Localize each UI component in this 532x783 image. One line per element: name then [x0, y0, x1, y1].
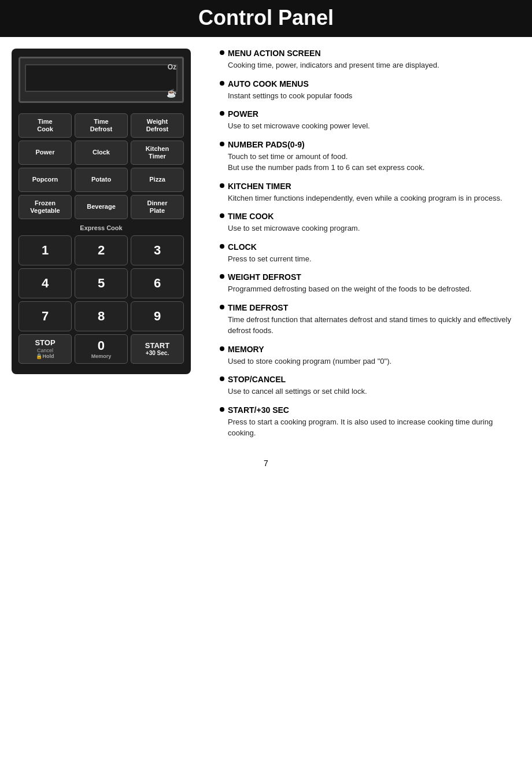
feature-title-text-6: CLOCK — [228, 242, 257, 252]
feature-title-text-2: POWER — [228, 109, 258, 119]
bullet-icon-2 — [220, 111, 224, 116]
weight-defrost-btn[interactable]: WeightDefrost — [131, 113, 184, 138]
feature-desc-10: Use to cancel all settings or set child … — [220, 386, 520, 397]
time-defrost-btn[interactable]: TimeDefrost — [75, 113, 128, 138]
feature-desc-9: Used to store cooking program (number pa… — [220, 356, 520, 367]
feature-desc-3: Touch to set time or amount of food.But … — [220, 151, 520, 173]
start-btn[interactable]: START +30 Sec. — [131, 334, 184, 364]
num-9-btn[interactable]: 9 — [131, 301, 184, 331]
feature-item-7: WEIGHT DEFROSTProgrammed defrosting base… — [220, 272, 520, 295]
num-row-1: 1 2 3 — [19, 235, 184, 265]
btn-row-4: FrozenVegetable Beverage DinnerPlate — [19, 195, 184, 219]
frozen-vegetable-btn[interactable]: FrozenVegetable — [19, 195, 72, 219]
num-1-btn[interactable]: 1 — [19, 235, 72, 265]
feature-title-9: MEMORY — [220, 345, 520, 354]
feature-item-11: START/+30 SECPress to start a cooking pr… — [220, 405, 520, 439]
feature-title-4: KITCHEN TIMER — [220, 182, 520, 191]
feature-title-text-8: TIME DEFROST — [228, 303, 288, 312]
feature-desc-6: Press to set current time. — [220, 253, 520, 265]
pizza-btn[interactable]: Pizza — [131, 168, 184, 192]
num-row-2: 4 5 6 — [19, 268, 184, 298]
feature-title-text-9: MEMORY — [228, 345, 264, 354]
feature-item-10: STOP/CANCELUse to cancel all settings or… — [220, 375, 520, 397]
feature-desc-4: Kitchen timer functions independently, e… — [220, 193, 520, 204]
bottom-row: STOP Cancel 🔒Hold 0 Memory START — [19, 334, 184, 364]
feature-title-text-11: START/+30 SEC — [228, 405, 289, 415]
feature-item-1: AUTO COOK MENUSInstant settings to cook … — [220, 79, 520, 102]
feature-item-0: MENU ACTION SCREENCooking time, power, i… — [220, 49, 520, 71]
kitchen-timer-btn[interactable]: KitchenTimer — [131, 141, 184, 165]
bullet-icon-3 — [220, 142, 224, 146]
feature-title-7: WEIGHT DEFROST — [220, 272, 520, 282]
feature-desc-2: Use to set microwave cooking power level… — [220, 120, 520, 132]
feature-item-4: KITCHEN TIMERKitchen timer functions ind… — [220, 182, 520, 204]
feature-item-2: POWERUse to set microwave cooking power … — [220, 109, 520, 132]
express-cook-label: Express Cook — [19, 224, 184, 231]
potato-btn[interactable]: Potato — [75, 168, 128, 192]
num-7-btn[interactable]: 7 — [19, 301, 72, 331]
feature-title-0: MENU ACTION SCREEN — [220, 49, 520, 58]
hold-label: 🔒Hold — [35, 353, 55, 360]
button-grid: TimeCook TimeDefrost WeightDefrost Power… — [19, 113, 184, 364]
bullet-icon-6 — [220, 244, 224, 249]
num-5-btn[interactable]: 5 — [75, 268, 128, 298]
bullet-icon-7 — [220, 274, 224, 279]
bullet-icon-5 — [220, 213, 224, 218]
page-header: Control Panel — [0, 0, 532, 37]
bullet-icon-10 — [220, 376, 224, 381]
feature-item-5: TIME COOKUse to set microwave cooking pr… — [220, 212, 520, 234]
feature-desc-11: Press to start a cooking program. It is … — [220, 416, 520, 439]
beverage-btn[interactable]: Beverage — [75, 195, 128, 219]
time-cook-btn[interactable]: TimeCook — [19, 113, 72, 138]
feature-item-6: CLOCKPress to set current time. — [220, 242, 520, 265]
main-content: Oz ☕ TimeCook TimeDefrost WeightDefrost … — [0, 49, 532, 447]
feature-title-text-5: TIME COOK — [228, 212, 274, 221]
num-0-btn[interactable]: 0 Memory — [75, 334, 128, 364]
feature-title-3: NUMBER PADS(0-9) — [220, 140, 520, 149]
feature-title-1: AUTO COOK MENUS — [220, 79, 520, 88]
features-container: MENU ACTION SCREENCooking time, power, i… — [220, 49, 520, 439]
feature-title-text-7: WEIGHT DEFROST — [228, 272, 301, 282]
feature-title-5: TIME COOK — [220, 212, 520, 221]
feature-title-text-4: KITCHEN TIMER — [228, 182, 291, 191]
clock-btn[interactable]: Clock — [75, 141, 128, 165]
feature-item-3: NUMBER PADS(0-9)Touch to set time or amo… — [220, 140, 520, 173]
bullet-icon-9 — [220, 346, 224, 351]
btn-row-2: Power Clock KitchenTimer — [19, 141, 184, 165]
btn-row-3: Popcorn Potato Pizza — [19, 168, 184, 192]
bullet-icon-0 — [220, 50, 224, 55]
num-2-btn[interactable]: 2 — [75, 235, 128, 265]
display-screen — [25, 64, 178, 92]
bullet-icon-4 — [220, 183, 224, 188]
num-4-btn[interactable]: 4 — [19, 268, 72, 298]
popcorn-btn[interactable]: Popcorn — [19, 168, 72, 192]
feature-item-9: MEMORYUsed to store cooking program (num… — [220, 345, 520, 367]
num-3-btn[interactable]: 3 — [131, 235, 184, 265]
feature-desc-1: Instant settings to cook popular foods — [220, 90, 520, 102]
bullet-icon-8 — [220, 305, 224, 309]
bullet-icon-1 — [220, 81, 224, 86]
left-panel: Oz ☕ TimeCook TimeDefrost WeightDefrost … — [12, 49, 202, 447]
num-6-btn[interactable]: 6 — [131, 268, 184, 298]
feature-title-11: START/+30 SEC — [220, 405, 520, 415]
feature-desc-8: Time defrost function that alternates de… — [220, 314, 520, 337]
feature-title-text-1: AUTO COOK MENUS — [228, 79, 309, 88]
num-8-btn[interactable]: 8 — [75, 301, 128, 331]
feature-title-text-10: STOP/CANCEL — [228, 375, 286, 384]
dinner-plate-btn[interactable]: DinnerPlate — [131, 195, 184, 219]
num-row-3: 7 8 9 — [19, 301, 184, 331]
display-area: Oz ☕ — [19, 57, 184, 103]
btn-row-1: TimeCook TimeDefrost WeightDefrost — [19, 113, 184, 138]
stop-cancel-btn[interactable]: STOP Cancel 🔒Hold — [19, 334, 72, 364]
feature-title-8: TIME DEFROST — [220, 303, 520, 312]
right-panel: MENU ACTION SCREENCooking time, power, i… — [220, 49, 520, 447]
power-btn[interactable]: Power — [19, 141, 72, 165]
page-title: Control Panel — [0, 6, 532, 30]
feature-title-6: CLOCK — [220, 242, 520, 252]
feature-title-text-0: MENU ACTION SCREEN — [228, 49, 321, 58]
feature-desc-0: Cooking time, power, indicators and pres… — [220, 60, 520, 71]
oz-label: Oz — [168, 63, 176, 71]
cup-icon: ☕ — [167, 88, 176, 98]
page-number: 7 — [0, 459, 532, 479]
feature-title-10: STOP/CANCEL — [220, 375, 520, 384]
